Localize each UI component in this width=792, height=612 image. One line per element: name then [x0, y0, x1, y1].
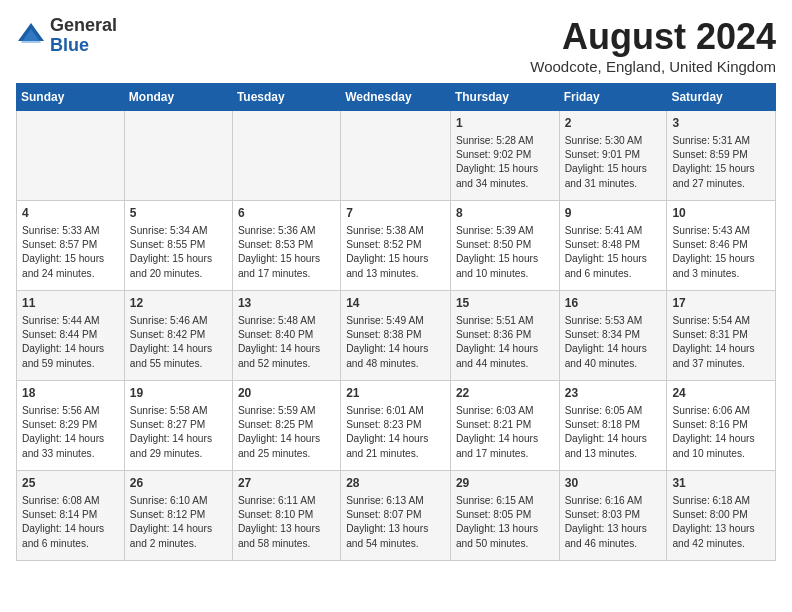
day-info: and 10 minutes.: [672, 447, 770, 461]
day-info: Sunrise: 5:53 AM: [565, 314, 662, 328]
logo: General Blue: [16, 16, 117, 56]
day-info: Sunset: 8:05 PM: [456, 508, 554, 522]
day-cell: 27Sunrise: 6:11 AMSunset: 8:10 PMDayligh…: [232, 471, 340, 561]
day-info: Daylight: 15 hours: [672, 162, 770, 176]
header-wednesday: Wednesday: [341, 84, 451, 111]
day-info: Sunset: 8:44 PM: [22, 328, 119, 342]
day-number: 19: [130, 385, 227, 402]
week-row-5: 25Sunrise: 6:08 AMSunset: 8:14 PMDayligh…: [17, 471, 776, 561]
day-cell: 28Sunrise: 6:13 AMSunset: 8:07 PMDayligh…: [341, 471, 451, 561]
day-info: Daylight: 15 hours: [565, 252, 662, 266]
day-number: 8: [456, 205, 554, 222]
day-number: 9: [565, 205, 662, 222]
day-info: and 3 minutes.: [672, 267, 770, 281]
day-info: Sunrise: 6:06 AM: [672, 404, 770, 418]
day-info: and 17 minutes.: [238, 267, 335, 281]
day-info: and 37 minutes.: [672, 357, 770, 371]
day-info: Daylight: 14 hours: [565, 432, 662, 446]
day-number: 23: [565, 385, 662, 402]
day-info: Sunrise: 5:36 AM: [238, 224, 335, 238]
day-info: Sunrise: 5:28 AM: [456, 134, 554, 148]
day-info: and 10 minutes.: [456, 267, 554, 281]
day-info: and 24 minutes.: [22, 267, 119, 281]
day-info: and 40 minutes.: [565, 357, 662, 371]
day-info: and 20 minutes.: [130, 267, 227, 281]
day-info: Sunset: 8:55 PM: [130, 238, 227, 252]
day-cell: 9Sunrise: 5:41 AMSunset: 8:48 PMDaylight…: [559, 201, 667, 291]
day-cell: [17, 111, 125, 201]
day-number: 11: [22, 295, 119, 312]
day-info: Daylight: 15 hours: [565, 162, 662, 176]
day-cell: [124, 111, 232, 201]
day-info: Daylight: 14 hours: [22, 522, 119, 536]
day-info: and 46 minutes.: [565, 537, 662, 551]
day-info: Sunset: 9:01 PM: [565, 148, 662, 162]
day-info: Daylight: 14 hours: [672, 432, 770, 446]
days-header-row: SundayMondayTuesdayWednesdayThursdayFrid…: [17, 84, 776, 111]
day-info: Sunrise: 5:56 AM: [22, 404, 119, 418]
logo-general: General: [50, 16, 117, 36]
day-info: Daylight: 13 hours: [565, 522, 662, 536]
day-info: Daylight: 13 hours: [238, 522, 335, 536]
day-info: Daylight: 14 hours: [456, 342, 554, 356]
day-info: and 25 minutes.: [238, 447, 335, 461]
day-info: Sunrise: 6:11 AM: [238, 494, 335, 508]
header-tuesday: Tuesday: [232, 84, 340, 111]
day-info: and 31 minutes.: [565, 177, 662, 191]
day-cell: 5Sunrise: 5:34 AMSunset: 8:55 PMDaylight…: [124, 201, 232, 291]
day-number: 16: [565, 295, 662, 312]
day-number: 5: [130, 205, 227, 222]
day-cell: 31Sunrise: 6:18 AMSunset: 8:00 PMDayligh…: [667, 471, 776, 561]
day-cell: [341, 111, 451, 201]
day-number: 22: [456, 385, 554, 402]
week-row-1: 1Sunrise: 5:28 AMSunset: 9:02 PMDaylight…: [17, 111, 776, 201]
day-info: and 48 minutes.: [346, 357, 445, 371]
day-cell: 17Sunrise: 5:54 AMSunset: 8:31 PMDayligh…: [667, 291, 776, 381]
day-info: Daylight: 13 hours: [346, 522, 445, 536]
day-cell: 1Sunrise: 5:28 AMSunset: 9:02 PMDaylight…: [450, 111, 559, 201]
day-number: 15: [456, 295, 554, 312]
day-cell: 11Sunrise: 5:44 AMSunset: 8:44 PMDayligh…: [17, 291, 125, 381]
day-number: 7: [346, 205, 445, 222]
day-info: Daylight: 13 hours: [672, 522, 770, 536]
day-info: Sunset: 8:53 PM: [238, 238, 335, 252]
day-number: 1: [456, 115, 554, 132]
day-info: Daylight: 15 hours: [456, 162, 554, 176]
day-info: Sunset: 8:27 PM: [130, 418, 227, 432]
day-info: Sunset: 8:40 PM: [238, 328, 335, 342]
day-info: and 6 minutes.: [565, 267, 662, 281]
day-info: Sunset: 8:31 PM: [672, 328, 770, 342]
day-number: 28: [346, 475, 445, 492]
day-info: Daylight: 15 hours: [238, 252, 335, 266]
day-info: Sunset: 8:10 PM: [238, 508, 335, 522]
day-info: Daylight: 14 hours: [238, 432, 335, 446]
day-info: Sunrise: 5:31 AM: [672, 134, 770, 148]
day-cell: 24Sunrise: 6:06 AMSunset: 8:16 PMDayligh…: [667, 381, 776, 471]
day-info: Daylight: 15 hours: [672, 252, 770, 266]
header-saturday: Saturday: [667, 84, 776, 111]
day-info: Daylight: 14 hours: [565, 342, 662, 356]
day-cell: 29Sunrise: 6:15 AMSunset: 8:05 PMDayligh…: [450, 471, 559, 561]
day-info: Sunrise: 5:33 AM: [22, 224, 119, 238]
day-info: Sunset: 8:50 PM: [456, 238, 554, 252]
day-info: and 6 minutes.: [22, 537, 119, 551]
day-number: 10: [672, 205, 770, 222]
day-info: Sunset: 8:29 PM: [22, 418, 119, 432]
day-info: and 44 minutes.: [456, 357, 554, 371]
day-cell: 10Sunrise: 5:43 AMSunset: 8:46 PMDayligh…: [667, 201, 776, 291]
day-info: Sunset: 8:42 PM: [130, 328, 227, 342]
day-info: and 17 minutes.: [456, 447, 554, 461]
calendar-table: SundayMondayTuesdayWednesdayThursdayFrid…: [16, 83, 776, 561]
day-number: 6: [238, 205, 335, 222]
day-info: Daylight: 14 hours: [130, 522, 227, 536]
day-number: 4: [22, 205, 119, 222]
day-info: Sunset: 8:21 PM: [456, 418, 554, 432]
day-cell: [232, 111, 340, 201]
day-number: 13: [238, 295, 335, 312]
day-number: 14: [346, 295, 445, 312]
day-cell: 20Sunrise: 5:59 AMSunset: 8:25 PMDayligh…: [232, 381, 340, 471]
day-cell: 13Sunrise: 5:48 AMSunset: 8:40 PMDayligh…: [232, 291, 340, 381]
day-cell: 18Sunrise: 5:56 AMSunset: 8:29 PMDayligh…: [17, 381, 125, 471]
day-info: and 55 minutes.: [130, 357, 227, 371]
title-block: August 2024 Woodcote, England, United Ki…: [530, 16, 776, 75]
